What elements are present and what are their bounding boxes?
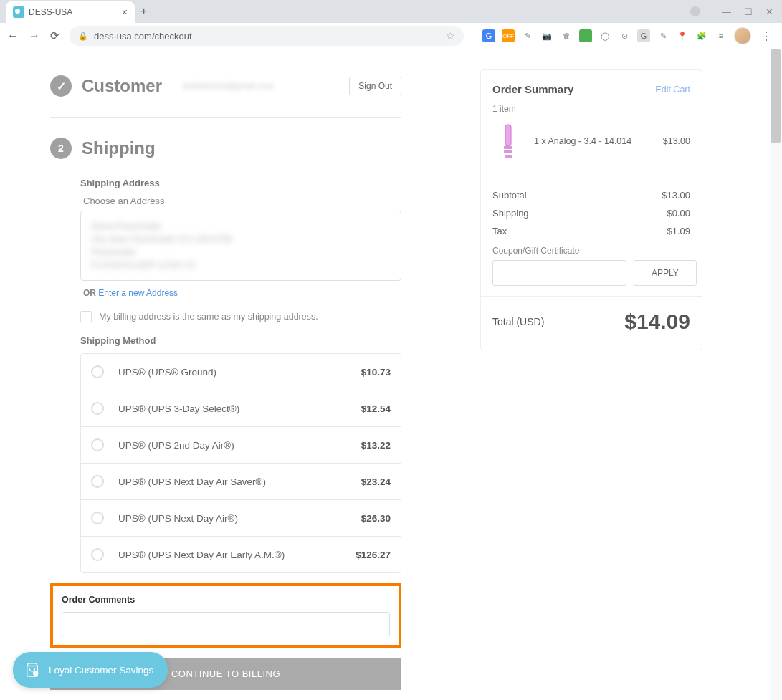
tab-title: DESS-USA [29, 7, 72, 17]
bookmark-star-icon[interactable]: ☆ [446, 30, 455, 42]
extension-icon[interactable]: ✎ [657, 29, 669, 42]
reload-icon[interactable]: ⟳ [50, 29, 59, 42]
radio-icon[interactable] [91, 512, 104, 524]
address-line: City State Placeholder 012-345-6789 [91, 233, 391, 246]
extension-icon[interactable]: ✎ [521, 29, 534, 42]
extensions-menu-icon[interactable]: 🧩 [695, 29, 708, 42]
extension-icon[interactable]: ⊙ [618, 29, 631, 42]
scrollbar-track[interactable] [771, 49, 781, 700]
extension-icon[interactable]: 📷 [540, 29, 553, 42]
shipping-heading: Shipping [82, 138, 156, 158]
shipping-method-heading: Shipping Method [80, 335, 401, 346]
scrollbar-thumb[interactable] [771, 49, 781, 143]
shipping-address-heading: Shipping Address [80, 178, 401, 188]
address-line: Placeholder [91, 246, 391, 259]
extension-icon[interactable]: 🗑 [560, 29, 573, 42]
customer-heading: Customer [82, 76, 162, 96]
ship-method-label: UPS® (UPS Next Day Air Saver®) [118, 476, 266, 487]
extension-icon[interactable]: G [482, 29, 495, 42]
order-summary-title: Order Summary [492, 83, 573, 95]
extension-icon[interactable]: G [637, 29, 650, 42]
order-summary-panel: Order Summary Edit Cart 1 item 1 x Analo… [480, 69, 702, 350]
item-name: 1 x Analog - 3.4 - 14.014 [534, 136, 653, 146]
radio-icon[interactable] [91, 402, 104, 415]
subtotal-label: Subtotal [492, 190, 527, 201]
url-text: dess-usa.com/checkout [94, 31, 192, 42]
extension-icon[interactable]: ◯ [599, 29, 611, 42]
svg-rect-3 [505, 155, 512, 158]
url-input[interactable]: 🔒 dess-usa.com/checkout ☆ [70, 26, 464, 46]
close-window-icon[interactable]: ✕ [766, 6, 773, 17]
radio-icon[interactable] [91, 365, 104, 378]
ship-method-price: $126.27 [356, 550, 391, 560]
back-icon[interactable]: ← [7, 29, 19, 42]
shipping-value: $0.00 [667, 208, 690, 219]
ship-method-label: UPS® (UPS® Ground) [118, 367, 216, 378]
extension-icon[interactable]: OFF [502, 29, 515, 42]
address-bar: ← → ⟳ 🔒 dess-usa.com/checkout ☆ G OFF ✎ … [0, 23, 782, 49]
order-comments-input[interactable] [62, 612, 390, 636]
billing-same-label: My billing address is the same as my shi… [99, 312, 318, 322]
step-complete-icon [50, 75, 72, 97]
subtotal-value: $13.00 [662, 190, 690, 201]
radio-icon[interactable] [91, 438, 104, 451]
shipping-method-option[interactable]: UPS® (UPS 2nd Day Air®) $13.22 [81, 427, 401, 464]
extension-icons: G OFF ✎ 📷 🗑 ◯ ⊙ G ✎ 📍 🧩 ≡ ⋮ [482, 27, 775, 44]
customer-email: anhidechris@gmail.com [182, 81, 274, 91]
shipping-methods-list: UPS® (UPS® Ground) $10.73 UPS® (UPS 3-Da… [80, 353, 401, 573]
shipping-method-option[interactable]: UPS® (UPS Next Day Air Saver®) $23.24 [81, 464, 401, 500]
shipping-method-option[interactable]: UPS® (UPS Next Day Air®) $26.30 [81, 500, 401, 537]
svg-rect-2 [504, 150, 512, 153]
edit-cart-link[interactable]: Edit Cart [655, 85, 690, 95]
favicon [13, 6, 24, 18]
forward-icon[interactable]: → [29, 29, 40, 42]
customer-step: Customer anhidechris@gmail.com Sign Out [50, 69, 401, 102]
enter-new-address-link[interactable]: Enter a new Address [98, 288, 178, 298]
ship-method-label: UPS® (UPS Next Day Air®) [118, 513, 238, 524]
order-comments-label: Order Comments [62, 595, 390, 605]
apply-coupon-button[interactable]: APPLY [634, 260, 697, 286]
item-thumbnail [492, 121, 524, 161]
billing-same-row[interactable]: My billing address is the same as my shi… [80, 311, 401, 322]
extension-icon[interactable] [579, 29, 592, 42]
divider [50, 117, 401, 118]
extension-icon[interactable]: ≡ [715, 29, 728, 42]
profile-avatar[interactable] [734, 27, 751, 44]
cart-item: 1 x Analog - 3.4 - 14.014 $13.00 [481, 114, 702, 176]
tax-label: Tax [492, 226, 507, 236]
signout-button[interactable]: Sign Out [349, 77, 401, 95]
order-comments-highlight: Order Comments [50, 583, 401, 648]
maximize-icon[interactable]: ☐ [744, 6, 753, 17]
item-count: 1 item [481, 104, 702, 114]
total-label: Total (USD) [492, 316, 544, 327]
minimize-icon[interactable]: — [722, 6, 731, 17]
shopping-bag-icon [23, 661, 42, 679]
coupon-label: Coupon/Gift Certificate [492, 246, 690, 256]
extension-icon[interactable]: 📍 [676, 29, 689, 42]
shipping-step: 2 Shipping [50, 132, 401, 165]
radio-icon[interactable] [91, 548, 104, 561]
loyalty-savings-button[interactable]: Loyal Customer Savings [13, 652, 168, 688]
tax-value: $1.09 [667, 226, 690, 236]
tab-close-icon[interactable]: × [122, 6, 128, 18]
billing-same-checkbox[interactable] [80, 311, 92, 322]
radio-icon[interactable] [91, 475, 104, 488]
window-controls: — ☐ ✕ [690, 6, 782, 17]
loyalty-label: Loyal Customer Savings [49, 665, 153, 676]
item-price: $13.00 [663, 136, 690, 146]
ship-method-price: $26.30 [361, 513, 391, 524]
new-tab-button[interactable]: + [140, 5, 147, 18]
ship-method-price: $12.54 [361, 403, 391, 414]
address-select-box[interactable]: Street Placeholder City State Placeholde… [80, 211, 401, 281]
recording-indicator-icon [690, 6, 700, 16]
shipping-method-option[interactable]: UPS® (UPS Next Day Air Early A.M.®) $126… [81, 537, 401, 572]
shipping-method-option[interactable]: UPS® (UPS 3-Day Select®) $12.54 [81, 390, 401, 427]
browser-menu-icon[interactable]: ⋮ [758, 29, 775, 43]
shipping-method-option[interactable]: UPS® (UPS® Ground) $10.73 [81, 354, 401, 390]
coupon-input[interactable] [492, 260, 626, 286]
ship-method-price: $13.22 [361, 440, 391, 451]
shipping-label: Shipping [492, 208, 529, 219]
svg-rect-0 [505, 125, 511, 146]
browser-tab[interactable]: DESS-USA × [6, 1, 135, 23]
or-word: OR [83, 288, 96, 298]
